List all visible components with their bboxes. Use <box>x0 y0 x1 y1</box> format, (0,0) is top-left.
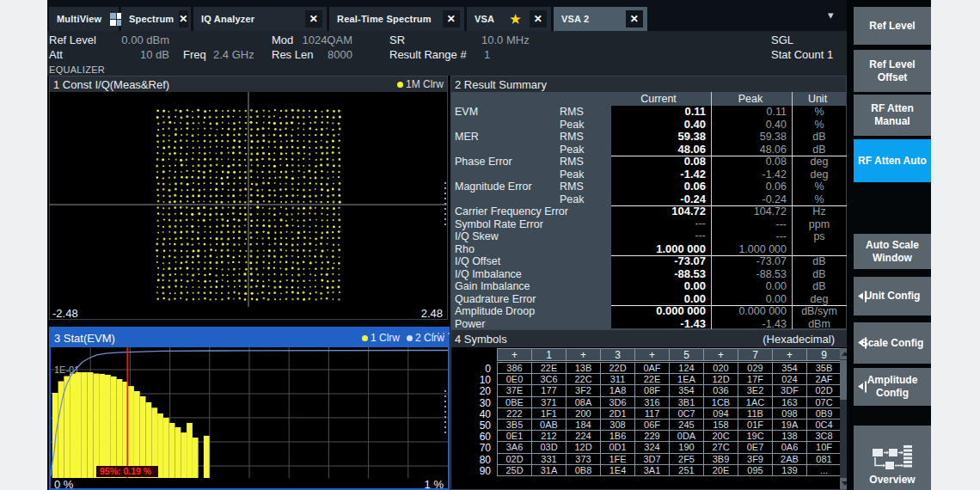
softkey-column: Ref Level Ref Level Offset RF Atten Manu… <box>847 0 931 490</box>
softkey-overview[interactable]: Overview <box>854 426 931 490</box>
softkey-label: Ref Level Offset <box>854 58 931 84</box>
left-bezel <box>0 0 49 490</box>
x-max-label: 1 % <box>425 478 444 490</box>
symbol-cell: 3B9 <box>704 454 738 464</box>
ref-level-value[interactable]: 0.00 dBm <box>107 34 169 46</box>
tab-multiview[interactable]: MultiView <box>49 7 119 31</box>
tab-overflow-arrow-icon[interactable]: ▾ <box>828 9 834 21</box>
symbols-row-index: 90 <box>451 465 491 477</box>
window4-title: 4 Symbols <box>455 333 507 346</box>
symbol-cell: 20C <box>704 431 738 441</box>
symbol-cell: 0C4 <box>807 420 841 430</box>
tab-vsa-2[interactable]: VSA 2 ✕ <box>554 7 647 31</box>
symbol-cell: 0E0 <box>498 374 531 384</box>
evm-histogram-plot[interactable]: 1E-0195%: 0.19 % <box>51 347 448 478</box>
col-current: Current <box>611 93 706 105</box>
symbol-cell: 3E2 <box>738 385 772 395</box>
symbol-cell: 3B5 <box>498 420 531 430</box>
window-stat-evm[interactable]: 3 Stat(EVM) 1 Clrw 2 Clrw 1E-0195%: 0.19… <box>49 327 450 490</box>
symbol-cell: 06F <box>635 420 669 430</box>
symbol-cell: 117 <box>635 408 669 419</box>
window1-title-bar[interactable]: 1 Const I/Q(Meas&Ref) 1M Clrw <box>50 77 447 92</box>
right-bezel <box>931 0 980 490</box>
x-min-label: 0 % <box>54 478 73 490</box>
symbol-cell: 10F <box>807 442 841 452</box>
symbols-row-index: 0 <box>451 363 491 375</box>
trace1-dot-icon <box>397 82 403 88</box>
symbol-cell: 0E1 <box>498 431 531 441</box>
close-icon[interactable]: ✕ <box>626 10 643 28</box>
splitter-handle-horizontal[interactable] <box>426 331 451 336</box>
symbol-cell: 0E7 <box>738 442 772 452</box>
softkey-label: Unit Config <box>865 290 921 303</box>
tab-vsa[interactable]: VSA ★ ✕ <box>467 7 551 31</box>
freq-label: Freq <box>183 48 206 61</box>
splitter-handle-vertical[interactable] <box>443 387 448 437</box>
res-len-value[interactable]: 8000 <box>281 48 352 61</box>
window4-title-bar[interactable]: 4 Symbols (Hexadecimal) <box>451 330 850 347</box>
symbol-cell: 224 <box>567 431 600 441</box>
tab-spectrum[interactable]: Spectrum ✕ <box>121 7 191 31</box>
window-result-summary[interactable]: 2 Result Summary Current Peak Unit EVMRM… <box>450 76 847 329</box>
symbol-cell: 01F <box>738 420 772 430</box>
col-peak: Peak <box>714 93 787 105</box>
symbol-cell: ... <box>807 465 841 475</box>
symbol-cell: 12D <box>704 374 738 384</box>
symbol-cell: 08F <box>635 385 669 395</box>
softkey-rf-atten-manual[interactable]: RF Atten Manual <box>854 95 931 136</box>
close-icon[interactable]: ✕ <box>305 10 322 28</box>
softkey-amplitude-config[interactable]: Amplitude Config <box>854 368 931 406</box>
window3-title: 3 Stat(EVM) <box>54 332 115 345</box>
tab-iq-analyzer[interactable]: IQ Analyzer ✕ <box>193 7 327 31</box>
sr-value[interactable]: 10.0 MHz <box>481 34 530 46</box>
softkey-scale-config[interactable]: Scale Config <box>854 322 931 364</box>
softkey-label: RF Atten Manual <box>854 102 931 128</box>
symbol-cell: 354 <box>670 385 703 395</box>
symbol-cell: 1EA <box>670 374 703 384</box>
softkey-rf-atten-auto[interactable]: RF Atten Auto <box>854 139 931 182</box>
symbols-row-index: 50 <box>451 420 491 432</box>
symbol-cell: 308 <box>601 420 634 430</box>
trace1-dot-icon <box>362 335 368 341</box>
window3-title-bar[interactable]: 3 Stat(EVM) 1 Clrw 2 Clrw <box>51 328 448 347</box>
symbol-cell: 2D1 <box>601 408 634 419</box>
symbol-cell: 229 <box>635 431 669 441</box>
symbol-cell: 27C <box>704 442 738 452</box>
window-constellation[interactable]: 1 Const I/Q(Meas&Ref) 1M Clrw -2.48 2.48 <box>49 76 448 320</box>
splitter-handle-vertical[interactable] <box>443 179 448 229</box>
softkey-ref-level[interactable]: Ref Level <box>854 7 931 45</box>
close-icon[interactable]: ✕ <box>179 10 187 28</box>
tab-label: MultiView <box>57 14 101 24</box>
softkey-label: Overview <box>869 474 915 487</box>
stat-count: Stat Count 1 <box>771 48 833 61</box>
constellation-plot[interactable] <box>50 92 447 307</box>
tab-label: VSA <box>475 14 494 24</box>
freq-value[interactable]: 2.4 GHz <box>213 48 254 61</box>
symbols-format: (Hexadecimal) <box>763 333 835 346</box>
symbol-cell: 311 <box>601 374 634 384</box>
mod-value[interactable]: 1024QAM <box>281 34 352 46</box>
sgl-status: SGL <box>771 34 793 46</box>
softkey-auto-scale-window[interactable]: Auto Scale Window <box>854 234 931 269</box>
symbols-col-header: + <box>704 349 738 360</box>
overview-flow-icon <box>872 444 913 474</box>
softkey-unit-config[interactable]: Unit Config <box>854 277 931 315</box>
softkey-ref-level-offset[interactable]: Ref Level Offset <box>854 50 931 92</box>
window-symbols[interactable]: 4 Symbols (Hexadecimal) +1+3+5+7+9 01020… <box>450 329 851 490</box>
symbols-col-header: + <box>773 349 806 360</box>
tab-realtime-spectrum[interactable]: Real-Time Spectrum ✕ <box>329 7 464 31</box>
sr-label: SR <box>389 34 405 46</box>
symbol-cell: 13B <box>567 363 600 373</box>
att-value[interactable]: 10 dB <box>107 48 169 61</box>
column-divider <box>792 92 793 330</box>
symbol-cell: 245 <box>670 420 703 430</box>
window2-title-bar[interactable]: 2 Result Summary <box>451 77 846 92</box>
window2-title: 2 Result Summary <box>455 78 547 91</box>
close-icon[interactable]: ✕ <box>443 10 460 28</box>
close-icon[interactable]: ✕ <box>530 10 547 28</box>
symbol-cell: 0B8 <box>567 465 600 475</box>
symbols-row-index: 60 <box>451 431 491 443</box>
result-range-value[interactable]: 1 <box>484 48 490 61</box>
symbols-row-index: 70 <box>451 442 491 454</box>
symbol-cell: 3F9 <box>738 454 772 464</box>
